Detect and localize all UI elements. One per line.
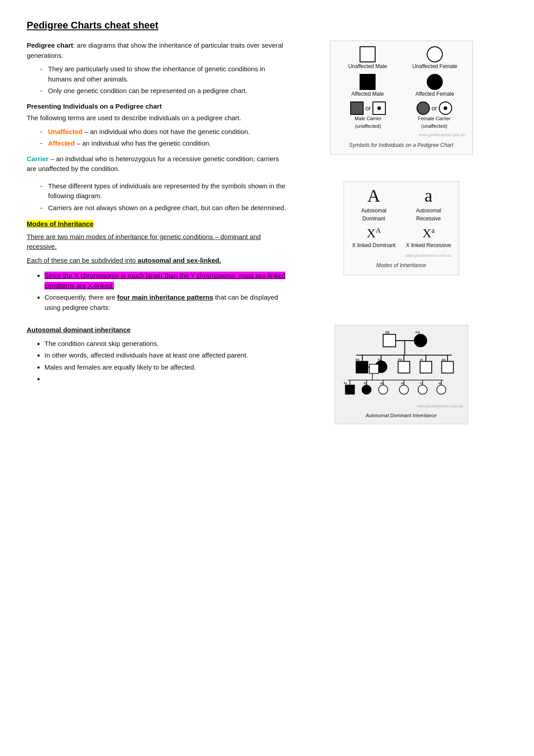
unaffected-term: Unaffected – an individual who does not … [40, 127, 286, 137]
female-carrier-dot-box [439, 102, 452, 115]
gen3-gc4 [399, 385, 409, 394]
gen3-gc2-label: Az [364, 382, 367, 385]
female-carrier-symbols: or [417, 102, 452, 115]
auto-bullet-1: The condition cannot skip generations. [44, 339, 286, 349]
male-carrier-or: or [365, 104, 371, 113]
modes-box-col: A Autosomal Dominant a Autosomal Recessi… [295, 181, 507, 318]
modes-watermark: www.goodscience.com.au [351, 253, 452, 259]
autosomal-dominant-letter: A [368, 187, 380, 205]
autosomal-watermark: www.goodscience.com.au [340, 403, 463, 410]
symbols-box: Unaffected Male Unaffected Female Affect… [330, 41, 473, 155]
male-carrier-dot [377, 106, 381, 110]
gen2-c4-label: ai [420, 358, 423, 362]
unaffected-male-symbol [360, 46, 376, 62]
autosomal-recessive-label: Autosomal Recessive [406, 207, 452, 223]
autosomal-dominant-mode: A Autosomal Dominant [351, 187, 397, 223]
autosomal-dominant-heading: Autosomal dominant inheritance [27, 325, 286, 335]
affected-female-symbol [427, 74, 443, 90]
unaffected-female-item: Unaffected Female [405, 46, 465, 70]
subdivided-text: Each of these can be subdivided into [27, 256, 138, 264]
affected-male-symbol [360, 74, 376, 90]
x-linked-dominant-mode: XA X linked Dominant [351, 227, 397, 249]
gen2-c3 [398, 362, 409, 373]
modes-caption: Modes of Inheritance [351, 261, 452, 269]
symbols-grid: Unaffected Male Unaffected Female Affect… [338, 46, 465, 98]
gen3-gc1-label: Az [344, 382, 347, 385]
left-intro-col: Pedigree chart: are diagrams that show t… [27, 41, 286, 174]
female-carrier-or: or [432, 104, 437, 113]
different-types-list: These different types of individuals are… [40, 181, 286, 213]
affected-male-item: Affected Male [338, 74, 398, 98]
consequently-bullet-item: Consequently, there are four main inheri… [44, 293, 286, 313]
gen2-c5-label: aa [441, 358, 445, 362]
unaffected-label: Unaffected [48, 128, 83, 135]
unaffected-def: – an individual who does not have the ge… [83, 128, 250, 135]
female-carrier-half [417, 102, 430, 115]
gen3-gc3 [378, 385, 388, 394]
inheritance-bullets: Since the X chromosome is much larger th… [44, 271, 286, 313]
autosomal-recessive-letter: a [425, 187, 433, 205]
affected-def: – an individual who has the genetic cond… [75, 139, 211, 147]
highlight-bullet-item: Since the X chromosome is much larger th… [44, 271, 286, 291]
gen1-male-label: aa [385, 330, 389, 334]
male-carrier-symbols: or [350, 102, 386, 115]
auto-bullet-4 [44, 374, 286, 384]
consequently-text: Consequently, there are [44, 293, 117, 301]
unaffected-female-label: Unaffected Female [412, 62, 457, 70]
modes-heading-highlight: Modes of Inheritance [27, 220, 93, 228]
intro-bullet-1: They are particularly used to show the i… [40, 64, 286, 84]
auto-bullet-3: Males and females are equally likely to … [44, 362, 286, 373]
modes-heading-inline: Modes of Inheritance [27, 219, 286, 229]
female-carrier-label: Female Carrier(unaffected) [418, 115, 450, 130]
symbols-caption: Symbols for Individuals on a Pedigree Ch… [338, 141, 465, 149]
unaffected-male-label: Unaffected Male [348, 62, 387, 70]
autosomal-chart-box: aa Aa Aa Az [335, 325, 468, 424]
affected-female-item: Affected Female [405, 74, 465, 98]
gen3-gc2 [362, 385, 371, 394]
intro-paragraph: Pedigree chart: are diagrams that show t… [27, 41, 286, 61]
male-carrier-label: Male Carrier(unaffected) [355, 115, 382, 130]
affected-term: Affected – an individual who has the gen… [40, 138, 286, 149]
gen3-gc6 [437, 385, 446, 394]
gen3-gc5 [418, 385, 427, 394]
autosomal-dominant-left: Autosomal dominant inheritance The condi… [27, 325, 286, 424]
gen2-c5 [441, 362, 453, 373]
four-patterns-bold: four main inheritance patterns [117, 293, 213, 301]
male-carrier-dot-box [372, 102, 386, 115]
terms-list: Unaffected – an individual who does not … [40, 127, 286, 149]
auto-bullet-2: In other words, affected individuals hav… [44, 350, 286, 361]
different-types-col: These different types of individuals are… [27, 181, 286, 318]
highlight-bullet-text: Since the X chromosome is much larger th… [44, 272, 285, 289]
gen3-gc1 [345, 385, 355, 394]
gen1-female-label: Aa [415, 330, 420, 334]
unaffected-male-item: Unaffected Male [338, 46, 398, 70]
gen2-c1-label: Aa [355, 358, 360, 362]
gen3-gc4-label: aa [401, 382, 405, 385]
carrier-text: – an individual who is heterozygous for … [27, 155, 279, 173]
two-main-modes: There are two main modes of inheritance … [27, 232, 286, 252]
modes-grid: A Autosomal Dominant a Autosomal Recessi… [351, 187, 452, 249]
gen3-gc3-label: aa [380, 382, 384, 385]
x-linked-recessive-letter: Xa [422, 227, 434, 240]
gen2-c1 [356, 362, 368, 373]
x-linked-recessive-mode: Xa X linked Recessive [406, 227, 452, 249]
diff-bullet-1: These different types of individuals are… [40, 181, 286, 201]
diff-bullet-2: Carriers are not always shown on a pedig… [40, 203, 286, 213]
autosomal-caption: Autosomal Dominant Inheritance [340, 412, 463, 419]
carrier-label: Carrier [27, 155, 49, 163]
x-linked-dominant-label: X linked Dominant [352, 241, 395, 249]
autosomal-recessive-mode: a Autosomal Recessive [406, 187, 452, 223]
x-linked-dominant-letter: XA [367, 227, 381, 240]
gen3-gc6-label: aa [438, 382, 442, 385]
gen3-gc5-label: co [420, 382, 423, 385]
gen1-male [383, 334, 396, 347]
autosomal-dominant-list: The condition cannot skip generations. I… [44, 339, 286, 384]
subdivided-bold: autosomal and sex-linked. [138, 256, 221, 264]
presenting-heading: Presenting Individuals on a Pedigree cha… [27, 102, 286, 112]
female-carrier-item: or Female Carrier(unaffected) [404, 102, 465, 130]
female-carrier-dot [444, 106, 447, 110]
gen2-c2-label: Az [377, 358, 381, 362]
male-carrier-item: or Male Carrier(unaffected) [338, 102, 399, 130]
autosomal-dominant-label: Autosomal Dominant [351, 207, 397, 223]
male-carrier-half [350, 102, 364, 115]
